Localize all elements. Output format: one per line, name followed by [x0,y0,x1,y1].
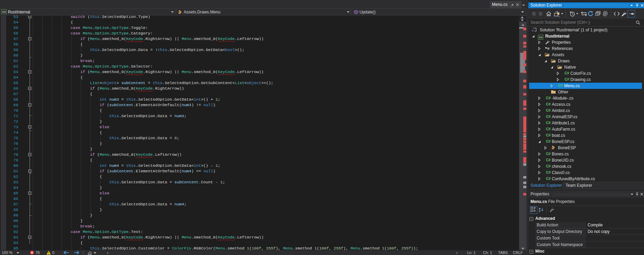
svg-text:Z: Z [539,210,540,212]
